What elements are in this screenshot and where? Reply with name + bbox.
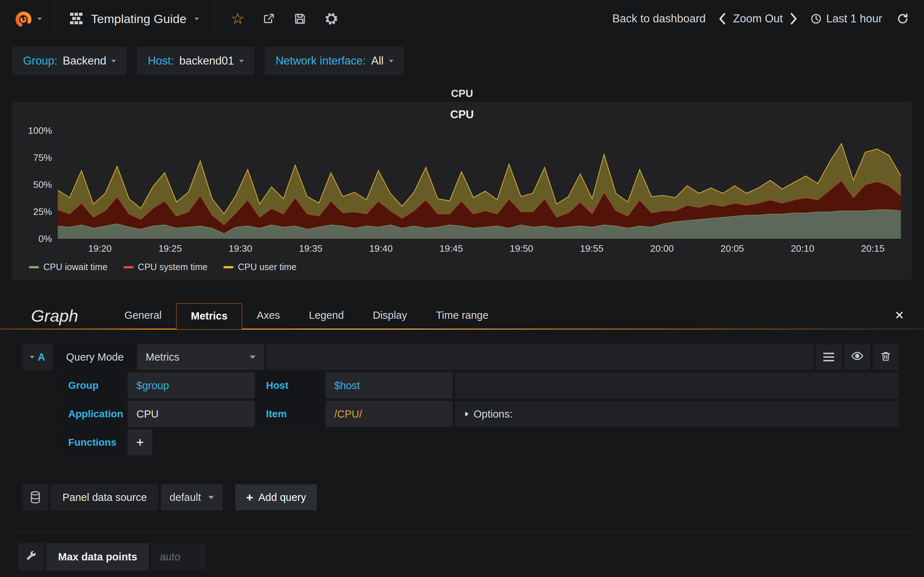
grafana-menu-caret-icon xyxy=(37,18,42,20)
select-caret-icon xyxy=(250,356,255,359)
refresh-icon[interactable] xyxy=(897,13,909,25)
top-navbar: Templating Guide ☆ Back to dashboard xyxy=(0,0,924,37)
query-toggle-visibility-button[interactable] xyxy=(844,344,870,370)
query-delete-button[interactable] xyxy=(873,344,899,370)
x-tick-label: 19:25 xyxy=(158,243,182,254)
divider xyxy=(12,531,912,532)
x-tick-label: 20:15 xyxy=(861,243,885,254)
chevron-left-icon[interactable] xyxy=(719,13,727,25)
y-tick-label: 0% xyxy=(38,233,52,245)
legend-label: CPU user time xyxy=(238,262,297,272)
max-data-points-input[interactable] xyxy=(151,543,205,571)
var-value: All xyxy=(371,55,383,68)
item-label: Item xyxy=(257,401,323,427)
chevron-right-icon[interactable] xyxy=(789,13,797,25)
host-input[interactable]: $host xyxy=(326,372,452,398)
template-var[interactable]: Group:Backend xyxy=(12,47,127,75)
add-query-button[interactable]: + Add query xyxy=(235,484,317,510)
cpu-graph-panel: CPU 100%75%50%25%0% 19:2019:2519:3019:35… xyxy=(12,102,912,279)
query-row-a: A Query Mode Metrics xyxy=(23,344,899,370)
item-value: /CPU/ xyxy=(334,408,362,420)
application-input[interactable]: CPU xyxy=(128,401,255,427)
zoom-out-button[interactable]: Zoom Out xyxy=(733,12,783,25)
legend-marker xyxy=(223,266,234,268)
chart-x-axis: 19:2019:2519:3019:3519:4019:4519:5019:55… xyxy=(58,242,901,258)
add-function-button[interactable]: + xyxy=(128,429,152,456)
template-variables: Group:BackendHost:backend01Network inter… xyxy=(12,47,924,75)
datasource-caret-icon xyxy=(208,496,214,499)
template-var[interactable]: Network interface:All xyxy=(265,47,404,75)
x-tick-label: 19:45 xyxy=(439,243,463,254)
legend-label: CPU system time xyxy=(138,262,208,272)
options-toggle[interactable]: Options: xyxy=(455,408,523,420)
var-label: Network interface: xyxy=(275,55,366,68)
gear-icon[interactable] xyxy=(325,12,338,26)
x-tick-label: 19:35 xyxy=(299,243,322,254)
y-tick-label: 50% xyxy=(33,179,52,190)
grafana-menu-button[interactable] xyxy=(0,0,55,37)
save-icon[interactable] xyxy=(294,12,307,25)
tab-legend[interactable]: Legend xyxy=(294,303,359,329)
y-tick-label: 75% xyxy=(33,152,52,163)
datasource-value: default xyxy=(170,492,201,503)
dashboard-title-caret-icon xyxy=(195,18,199,20)
legend-item[interactable]: CPU system time xyxy=(123,262,208,272)
tab-display[interactable]: Display xyxy=(359,303,422,329)
query-collapse-button[interactable]: A xyxy=(23,344,53,370)
item-input[interactable]: /CPU/ xyxy=(326,401,452,427)
x-tick-label: 19:50 xyxy=(510,243,533,254)
dashboard-title-picker[interactable]: Templating Guide xyxy=(55,0,215,37)
var-label: Host: xyxy=(148,55,174,68)
dashboard-actions: ☆ xyxy=(215,11,339,26)
time-range-label: Last 1 hour xyxy=(826,12,882,25)
tab-general[interactable]: General xyxy=(110,303,176,329)
star-icon[interactable]: ☆ xyxy=(231,11,245,26)
datasource-select[interactable]: default xyxy=(161,484,223,510)
max-data-points-row: Max data points xyxy=(18,543,899,571)
query-mode-select[interactable]: Metrics xyxy=(137,344,264,370)
eye-icon xyxy=(851,350,864,365)
back-to-dashboard-button[interactable]: Back to dashboard xyxy=(612,12,706,25)
group-value: $group xyxy=(136,380,169,392)
tab-axes[interactable]: Axes xyxy=(242,303,294,329)
y-tick-label: 25% xyxy=(33,206,52,218)
grafana-logo-icon xyxy=(13,8,34,29)
x-tick-label: 19:20 xyxy=(88,243,111,254)
panel-datasource-label: Panel data source xyxy=(51,484,158,510)
clock-icon xyxy=(810,13,822,24)
row-filler xyxy=(267,344,813,370)
legend-item[interactable]: CPU user time xyxy=(223,262,297,272)
chart-title: CPU xyxy=(23,105,901,131)
y-tick-label: 100% xyxy=(28,125,52,136)
trash-icon xyxy=(880,350,892,364)
share-icon[interactable] xyxy=(262,12,275,25)
grid-icon xyxy=(70,13,83,25)
tab-metrics[interactable]: Metrics xyxy=(176,303,242,329)
host-label: Host xyxy=(257,372,323,398)
query-mode-value: Metrics xyxy=(146,351,179,363)
group-label: Group xyxy=(60,372,125,398)
template-var[interactable]: Host:backend01 xyxy=(137,47,254,75)
panel-drag-title[interactable]: CPU xyxy=(0,85,924,102)
x-tick-label: 20:10 xyxy=(791,243,814,254)
time-range-picker[interactable]: Last 1 hour xyxy=(810,12,882,25)
row-filler xyxy=(455,372,899,398)
max-data-points-label: Max data points xyxy=(47,543,149,571)
x-tick-label: 19:55 xyxy=(580,243,604,254)
dashboard-title: Templating Guide xyxy=(91,12,187,26)
close-icon[interactable]: × xyxy=(895,308,904,323)
chart-y-axis: 100%75%50%25%0% xyxy=(23,131,58,239)
collapse-caret-icon xyxy=(30,356,34,358)
group-input[interactable]: $group xyxy=(128,372,255,398)
chart-plot[interactable] xyxy=(58,131,901,239)
query-mode-label: Query Mode xyxy=(55,344,135,370)
datasource-row: Panel data source default + Add query xyxy=(23,484,899,510)
legend-item[interactable]: CPU iowait time xyxy=(29,262,108,272)
chart-legend: CPU iowait timeCPU system timeCPU user t… xyxy=(29,262,901,272)
query-menu-button[interactable] xyxy=(816,344,842,370)
var-value: backend01 xyxy=(179,55,234,68)
hamburger-icon xyxy=(823,353,834,361)
tab-time-range[interactable]: Time range xyxy=(422,303,503,329)
plus-icon: + xyxy=(246,490,254,504)
navbar-right: Back to dashboard Zoom Out Last 1 hour xyxy=(612,12,924,25)
